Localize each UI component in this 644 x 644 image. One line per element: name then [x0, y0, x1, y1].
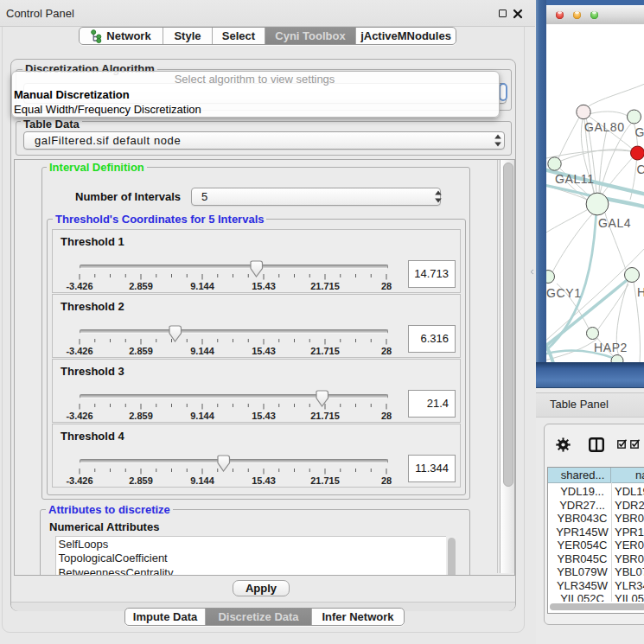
svg-text:GAL4: GAL4	[598, 216, 631, 230]
svg-text:CY: CY	[637, 163, 644, 176]
svg-text:GAL11: GAL11	[555, 172, 595, 186]
svg-text:GAL80: GAL80	[584, 120, 625, 134]
svg-text:HAP2: HAP2	[594, 341, 628, 354]
svg-text:GA: GA	[635, 125, 644, 139]
svg-text:H: H	[637, 285, 644, 299]
svg-text:GCY1: GCY1	[546, 286, 582, 300]
